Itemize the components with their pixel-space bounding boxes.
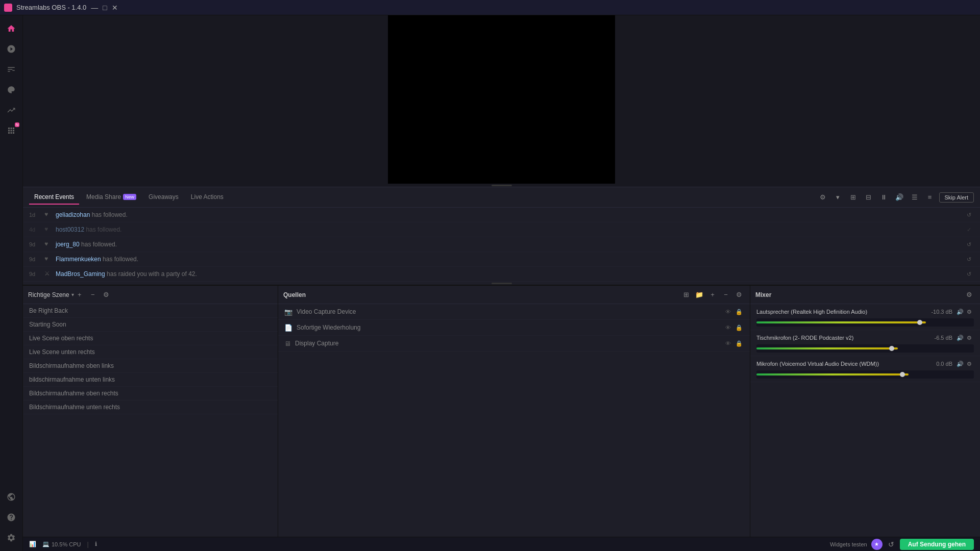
- mixer-settings-icon[interactable]: ⚙: [965, 307, 974, 316]
- sidebar-item-events[interactable]: [2, 40, 20, 58]
- filter2-icon[interactable]: ⊟: [863, 191, 875, 204]
- sidebar-item-mixer[interactable]: [2, 60, 20, 79]
- source-eye-icon[interactable]: 👁: [723, 339, 732, 348]
- events-toolbar: ⚙ ▾ ⊞ ⊟ ⏸ 🔊 ☰ ≡ Skip Alert: [817, 191, 974, 204]
- mixer-volume-icon[interactable]: 🔊: [955, 359, 965, 368]
- sidebar-item-overlays[interactable]: N: [2, 121, 20, 140]
- profile-avatar[interactable]: ★: [871, 539, 883, 550]
- event-text: geliadizohan has followed.: [56, 211, 964, 218]
- source-item[interactable]: 🖥 Display Capture 👁 🔒: [278, 336, 750, 352]
- sidebar-item-face[interactable]: [2, 488, 20, 506]
- sources-actions: ⊞ 📁 + − ⚙: [680, 289, 745, 300]
- mixer-settings-button[interactable]: ⚙: [964, 289, 975, 300]
- event-user-link[interactable]: Flammenkueken: [56, 256, 101, 263]
- scene-item[interactable]: Bildschirmaufnahme oben rechts: [23, 387, 278, 400]
- scene-item[interactable]: Live Scene unten rechts: [23, 345, 278, 359]
- source-item-actions: 👁 🔒: [723, 339, 744, 348]
- statusbar-chart[interactable]: 📊: [29, 541, 36, 547]
- scenes-panel: Richtige Szene ▾ + − ⚙ Be Right Back Sta…: [23, 286, 278, 537]
- scene-item[interactable]: Be Right Back: [23, 304, 278, 318]
- sidebar-item-settings[interactable]: [2, 529, 20, 547]
- mixer-bar[interactable]: [756, 370, 974, 379]
- mixer-settings-icon[interactable]: ⚙: [965, 333, 974, 342]
- profile-refresh-icon[interactable]: ↺: [887, 540, 896, 549]
- sources-panel: Quellen ⊞ 📁 + − ⚙ 📷 Video Capture Device: [278, 286, 750, 537]
- maximize-button[interactable]: □: [101, 4, 109, 12]
- source-name: Display Capture: [295, 340, 719, 347]
- scenes-settings-button[interactable]: ⚙: [101, 289, 112, 300]
- event-user-link[interactable]: MadBros_Gaming: [56, 270, 105, 278]
- event-text: joerg_80 has followed.: [56, 241, 964, 248]
- event-actions: ↺: [964, 239, 974, 249]
- statusbar-info[interactable]: ℹ: [95, 541, 97, 547]
- replay-icon[interactable]: ↺: [964, 239, 974, 249]
- sources-add-button[interactable]: +: [707, 289, 718, 300]
- event-actions: ↺: [964, 269, 974, 279]
- mixer-bar[interactable]: [756, 318, 974, 327]
- mixer-settings-icon[interactable]: ⚙: [965, 359, 974, 368]
- scenes-remove-button[interactable]: −: [87, 289, 99, 300]
- skip-alert-button[interactable]: Skip Alert: [939, 192, 974, 203]
- event-user-link[interactable]: host00312: [56, 226, 84, 233]
- preview-main[interactable]: [388, 15, 615, 184]
- sidebar-item-help[interactable]: [2, 508, 20, 527]
- event-user-link[interactable]: joerg_80: [56, 241, 80, 248]
- media-share-new-badge: New: [123, 194, 136, 200]
- source-lock-icon[interactable]: 🔒: [734, 323, 744, 332]
- scenes-title: Richtige Szene: [28, 291, 69, 298]
- bottom-panels: Richtige Szene ▾ + − ⚙ Be Right Back Sta…: [23, 285, 980, 537]
- scene-item[interactable]: bildschirmaufnahme unten links: [23, 373, 278, 387]
- scene-item[interactable]: Bildschirmaufnahme oben links: [23, 359, 278, 373]
- close-button[interactable]: ✕: [111, 4, 119, 12]
- filter-icon[interactable]: ⚙: [817, 191, 829, 204]
- source-lock-icon[interactable]: 🔒: [734, 339, 744, 348]
- source-item[interactable]: 📷 Video Capture Device 👁 🔒: [278, 304, 750, 320]
- scenes-dropdown[interactable]: Richtige Szene ▾: [28, 291, 74, 298]
- sidebar-item-stats[interactable]: [2, 101, 20, 119]
- grid-icon[interactable]: ⊞: [847, 191, 860, 204]
- replay-icon[interactable]: ↺: [964, 210, 974, 220]
- sidebar-item-home[interactable]: [2, 19, 20, 38]
- scene-item[interactable]: Bildschirmaufnahme unten rechts: [23, 400, 278, 414]
- minimize-button[interactable]: —: [90, 4, 99, 12]
- scene-item[interactable]: Starting Soon: [23, 318, 278, 332]
- statusbar-separator: |: [87, 540, 88, 548]
- replay-icon[interactable]: ↺: [964, 269, 974, 279]
- sources-group-button[interactable]: ⊞: [680, 289, 692, 300]
- pause-icon[interactable]: ⏸: [878, 191, 890, 204]
- sources-remove-button[interactable]: −: [720, 289, 731, 300]
- go-live-button[interactable]: Auf Sendung gehen: [900, 539, 974, 550]
- source-eye-icon[interactable]: 👁: [723, 323, 732, 332]
- replay-icon[interactable]: ↺: [964, 254, 974, 264]
- source-item[interactable]: 📄 Sofortige Wiederholung 👁 🔒: [278, 320, 750, 336]
- mixer-volume-icon[interactable]: 🔊: [955, 333, 965, 342]
- event-time: 9d: [29, 256, 44, 262]
- event-user-link[interactable]: geliadizohan: [56, 211, 90, 218]
- scenes-add-button[interactable]: +: [74, 289, 85, 300]
- source-eye-icon[interactable]: 👁: [723, 307, 732, 316]
- event-row: 4d ♥ host00312 has followed. ✓: [23, 222, 980, 237]
- events-tabs: Recent Events Media Share New Giveaways …: [23, 187, 980, 208]
- titlebar-title: Streamlabs OBS - 1.4.0: [16, 4, 86, 11]
- tab-recent-events[interactable]: Recent Events: [29, 190, 79, 205]
- audio-icon[interactable]: 🔊: [893, 191, 905, 204]
- events-panel: Recent Events Media Share New Giveaways …: [23, 187, 980, 282]
- source-lock-icon[interactable]: 🔒: [734, 307, 744, 316]
- check-icon[interactable]: ✓: [964, 224, 974, 235]
- list2-icon[interactable]: ≡: [924, 191, 936, 204]
- list-icon[interactable]: ☰: [909, 191, 921, 204]
- sources-folder-button[interactable]: 📁: [694, 289, 705, 300]
- tab-giveaways[interactable]: Giveaways: [143, 190, 184, 205]
- mixer-bar-fill: [756, 373, 909, 375]
- sources-settings-button[interactable]: ⚙: [733, 289, 745, 300]
- mixer-volume-icon[interactable]: 🔊: [955, 307, 965, 316]
- dropdown-icon[interactable]: ▾: [832, 191, 844, 204]
- mixer-item-name: Lautsprecher (Realtek High Definition Au…: [756, 309, 931, 315]
- event-type-icon: ♥: [44, 240, 53, 248]
- scene-item[interactable]: Live Scene oben rechts: [23, 332, 278, 345]
- mixer-bar[interactable]: [756, 344, 974, 353]
- tab-live-actions[interactable]: Live Actions: [186, 190, 229, 205]
- sidebar-item-themes[interactable]: [2, 81, 20, 99]
- widgets-test-button[interactable]: Widgets testen: [830, 541, 867, 547]
- tab-media-share[interactable]: Media Share New: [81, 190, 141, 205]
